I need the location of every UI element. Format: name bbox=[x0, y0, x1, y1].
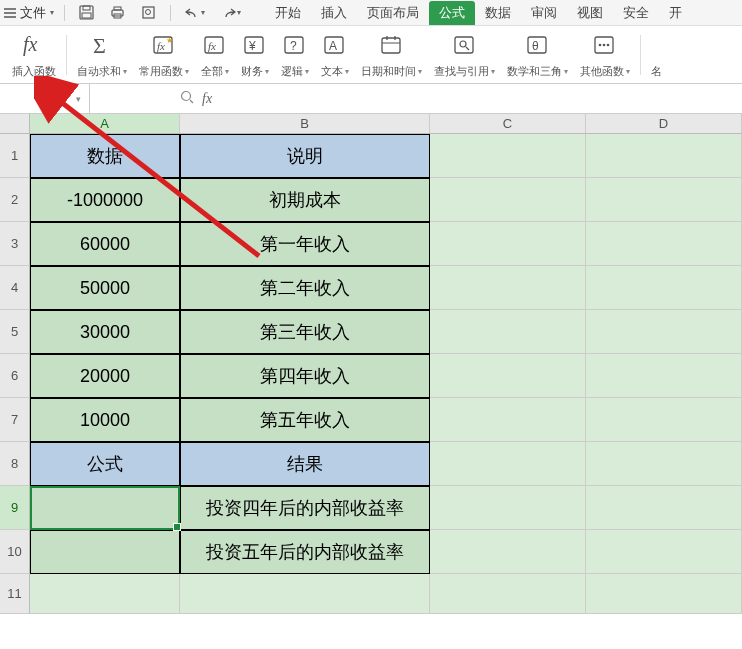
cell[interactable]: 说明 bbox=[180, 134, 430, 178]
column-header-b[interactable]: B bbox=[180, 114, 430, 133]
ribbon-button[interactable]: fx★常用函数▾ bbox=[133, 26, 195, 83]
menu-tab[interactable]: 数据 bbox=[475, 1, 521, 25]
menu-tab[interactable]: 审阅 bbox=[521, 1, 567, 25]
row-header[interactable]: 1 bbox=[0, 134, 30, 178]
column-header-d[interactable]: D bbox=[586, 114, 742, 133]
cell[interactable] bbox=[430, 398, 586, 442]
ribbon-button[interactable]: 日期和时间▾ bbox=[355, 26, 428, 83]
cell[interactable] bbox=[430, 442, 586, 486]
cell[interactable] bbox=[586, 530, 742, 574]
row-header[interactable]: 11 bbox=[0, 574, 30, 614]
ribbon-button[interactable]: ¥财务▾ bbox=[235, 26, 275, 83]
row-header[interactable]: 6 bbox=[0, 354, 30, 398]
sheet-body: 1数据说明2-1000000初期成本360000第一年收入450000第二年收入… bbox=[0, 134, 742, 614]
ribbon-button[interactable]: 查找与引用▾ bbox=[428, 26, 501, 83]
save-button[interactable] bbox=[75, 3, 98, 22]
ribbon-button[interactable]: fx插入函数 bbox=[6, 26, 62, 83]
menu-tab[interactable]: 公式 bbox=[429, 1, 475, 25]
file-menu[interactable]: 文件 ▾ bbox=[4, 4, 54, 22]
cell[interactable] bbox=[430, 530, 586, 574]
cell[interactable]: 第四年收入 bbox=[180, 354, 430, 398]
ribbon-button[interactable]: Σ自动求和▾ bbox=[71, 26, 133, 83]
svg-text:Σ: Σ bbox=[93, 33, 106, 57]
select-all-corner[interactable] bbox=[0, 114, 30, 133]
redo-button[interactable]: ▾ bbox=[217, 4, 245, 21]
ribbon-button[interactable]: fx全部▾ bbox=[195, 26, 235, 83]
menu-tab[interactable]: 视图 bbox=[567, 1, 613, 25]
cell[interactable]: 投资五年后的内部收益率 bbox=[180, 530, 430, 574]
cell[interactable]: 数据 bbox=[30, 134, 180, 178]
cancel-icon[interactable] bbox=[180, 90, 194, 107]
cell[interactable] bbox=[430, 574, 586, 614]
print-preview-button[interactable] bbox=[137, 3, 160, 22]
cell[interactable] bbox=[430, 354, 586, 398]
row-header[interactable]: 9 bbox=[0, 486, 30, 530]
table-row: 360000第一年收入 bbox=[0, 222, 742, 266]
cell[interactable] bbox=[586, 222, 742, 266]
undo-button[interactable]: ▾ bbox=[181, 4, 209, 21]
print-button[interactable] bbox=[106, 3, 129, 22]
cell[interactable]: 第五年收入 bbox=[180, 398, 430, 442]
cell[interactable] bbox=[586, 134, 742, 178]
row-header[interactable]: 3 bbox=[0, 222, 30, 266]
menu-tab[interactable]: 页面布局 bbox=[357, 1, 429, 25]
cell[interactable] bbox=[30, 574, 180, 614]
row-header[interactable]: 2 bbox=[0, 178, 30, 222]
formula-input[interactable] bbox=[220, 91, 732, 106]
cell[interactable] bbox=[430, 266, 586, 310]
name-box-value: A9 bbox=[46, 91, 63, 107]
menu-tab[interactable]: 插入 bbox=[311, 1, 357, 25]
cell[interactable]: 公式 bbox=[30, 442, 180, 486]
cell[interactable] bbox=[430, 486, 586, 530]
cell[interactable] bbox=[586, 266, 742, 310]
row-header[interactable]: 10 bbox=[0, 530, 30, 574]
cell[interactable]: 10000 bbox=[30, 398, 180, 442]
cell[interactable] bbox=[430, 310, 586, 354]
row-header[interactable]: 8 bbox=[0, 442, 30, 486]
cell[interactable] bbox=[180, 574, 430, 614]
cell[interactable]: 初期成本 bbox=[180, 178, 430, 222]
cell[interactable]: 30000 bbox=[30, 310, 180, 354]
chevron-down-icon: ▾ bbox=[123, 67, 127, 76]
cell[interactable] bbox=[586, 178, 742, 222]
cell[interactable] bbox=[586, 354, 742, 398]
ribbon-label: 查找与引用▾ bbox=[434, 64, 495, 83]
menu-tab[interactable]: 开始 bbox=[265, 1, 311, 25]
column-header-c[interactable]: C bbox=[430, 114, 586, 133]
cell[interactable] bbox=[586, 442, 742, 486]
cell[interactable]: -1000000 bbox=[30, 178, 180, 222]
cell[interactable] bbox=[30, 530, 180, 574]
ribbon-button[interactable]: A文本▾ bbox=[315, 26, 355, 83]
cell[interactable] bbox=[586, 486, 742, 530]
cell[interactable]: 第一年收入 bbox=[180, 222, 430, 266]
row-header[interactable]: 7 bbox=[0, 398, 30, 442]
cell[interactable]: 第二年收入 bbox=[180, 266, 430, 310]
cell[interactable] bbox=[430, 178, 586, 222]
menu-tab[interactable]: 开 bbox=[659, 1, 692, 25]
cell[interactable]: 50000 bbox=[30, 266, 180, 310]
ribbon-button[interactable]: 其他函数▾ bbox=[574, 26, 636, 83]
cell[interactable]: 20000 bbox=[30, 354, 180, 398]
ribbon-button[interactable]: ?逻辑▾ bbox=[275, 26, 315, 83]
ribbon-label: 常用函数▾ bbox=[139, 64, 189, 83]
cell[interactable]: 60000 bbox=[30, 222, 180, 266]
svg-point-35 bbox=[603, 44, 606, 47]
cell[interactable] bbox=[430, 134, 586, 178]
cell[interactable] bbox=[30, 486, 180, 530]
fx-box-icon: fx bbox=[202, 26, 228, 64]
cell[interactable]: 第三年收入 bbox=[180, 310, 430, 354]
cell[interactable]: 投资四年后的内部收益率 bbox=[180, 486, 430, 530]
row-header[interactable]: 5 bbox=[0, 310, 30, 354]
cell[interactable] bbox=[586, 310, 742, 354]
cell[interactable] bbox=[430, 222, 586, 266]
ribbon-button[interactable]: θ数学和三角▾ bbox=[501, 26, 574, 83]
row-header[interactable]: 4 bbox=[0, 266, 30, 310]
cell[interactable]: 结果 bbox=[180, 442, 430, 486]
column-header-a[interactable]: A bbox=[30, 114, 180, 133]
cell[interactable] bbox=[586, 398, 742, 442]
cell[interactable] bbox=[586, 574, 742, 614]
menu-tab[interactable]: 安全 bbox=[613, 1, 659, 25]
name-box[interactable]: A9 ▾ bbox=[0, 84, 90, 113]
fx-icon[interactable]: fx bbox=[202, 91, 212, 107]
ribbon-button[interactable]: 名 bbox=[645, 26, 668, 83]
